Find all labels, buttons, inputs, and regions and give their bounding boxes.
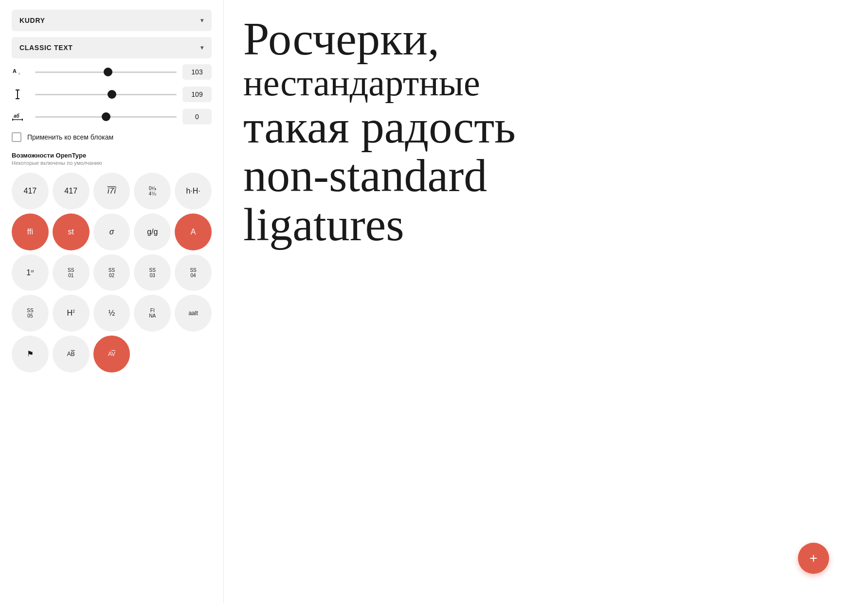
font-dropdown-label: KUDRY [19, 17, 45, 24]
letter-spacing-value[interactable] [182, 109, 212, 124]
preview-line-1: Росчерки, [243, 15, 849, 64]
add-block-button[interactable]: + [798, 543, 829, 574]
line-height-row [12, 87, 212, 102]
feature-btn-st[interactable]: st [53, 213, 90, 250]
opentype-section: Возможности OpenType Некоторые включены … [12, 152, 212, 372]
preview-line-2: нестандартные [243, 64, 849, 103]
add-icon: + [810, 550, 817, 566]
svg-text:A: A [13, 68, 17, 74]
feature-btn-frac[interactable]: 0¹⁄₃4⁷⁄₀ [134, 173, 171, 210]
feature-btn-tnum[interactable]: 417 [53, 173, 90, 210]
feature-btn-hist[interactable]: σ [93, 213, 130, 250]
feature-btn-ss03[interactable]: SS03 [134, 254, 171, 291]
line-height-slider[interactable] [35, 94, 177, 95]
preview-text[interactable]: Росчерки, нестандартные такая радость no… [243, 15, 849, 249]
feature-btn-case[interactable]: h·H· [175, 173, 212, 210]
preview-line-4: non-standard [243, 151, 849, 200]
feature-btn-tnum2[interactable]: ī7ī [93, 173, 130, 210]
svg-text:↕: ↕ [18, 71, 20, 76]
feature-btn-kern[interactable]: 417 [12, 173, 49, 210]
letter-spacing-icon: аб [12, 111, 29, 123]
letter-spacing-row: аб [12, 109, 212, 124]
feature-btn-ss04[interactable]: SS04 [175, 254, 212, 291]
apply-all-checkbox[interactable] [12, 132, 21, 142]
font-size-icon: A ↕ [12, 66, 29, 78]
feature-btn-ss05[interactable]: SS05 [12, 295, 49, 332]
letter-spacing-slider[interactable] [35, 116, 177, 118]
style-dropdown-arrow: ▾ [200, 44, 204, 51]
feature-btn-ordn[interactable]: 1st [12, 254, 49, 291]
font-size-value[interactable] [182, 64, 212, 80]
feature-btn-calt[interactable]: g/g [134, 213, 171, 250]
feature-grid: 417 417 ī7ī 0¹⁄₃4⁷⁄₀ h·H· ffi st σ [12, 173, 212, 372]
font-size-row: A ↕ [12, 64, 212, 80]
feature-btn-flag[interactable]: ⚑ [12, 336, 49, 372]
font-dropdown-arrow: ▾ [200, 17, 204, 24]
line-height-value[interactable] [182, 87, 212, 102]
feature-btn-half[interactable]: ½ [93, 295, 130, 332]
right-panel: Росчерки, нестандартные такая радость no… [224, 0, 868, 603]
apply-all-row: Применить ко всем блокам [12, 132, 212, 142]
feature-btn-swsh[interactable]: A [175, 213, 212, 250]
feature-btn-kern2[interactable]: AV [93, 336, 130, 372]
apply-all-label: Применить ко всем блокам [27, 133, 113, 141]
left-panel: KUDRY ▾ CLASSIC TEXT ▾ A ↕ [0, 0, 224, 603]
font-size-slider[interactable] [35, 71, 177, 73]
feature-btn-ffi[interactable]: ffi [12, 213, 49, 250]
feature-btn-smcp[interactable]: AB [53, 336, 90, 372]
preview-line-3: такая радость [243, 103, 849, 152]
svg-text:аб: аб [14, 113, 20, 119]
feature-btn-ss01[interactable]: SS01 [53, 254, 90, 291]
line-height-icon [12, 89, 29, 100]
sliders-section: A ↕ аб [12, 64, 212, 124]
opentype-subtitle: Некоторые включены по умолчанию [12, 160, 212, 166]
feature-btn-ss02[interactable]: SS02 [93, 254, 130, 291]
style-dropdown[interactable]: CLASSIC TEXT ▾ [12, 37, 212, 58]
style-dropdown-label: CLASSIC TEXT [19, 44, 73, 52]
font-dropdown[interactable]: KUDRY ▾ [12, 10, 212, 31]
feature-btn-fina[interactable]: FINA [134, 295, 171, 332]
feature-btn-sups[interactable]: H2 [53, 295, 90, 332]
feature-btn-aalt[interactable]: aalt [175, 295, 212, 332]
opentype-title: Возможности OpenType [12, 152, 212, 159]
preview-line-5: ligatures [243, 200, 849, 249]
